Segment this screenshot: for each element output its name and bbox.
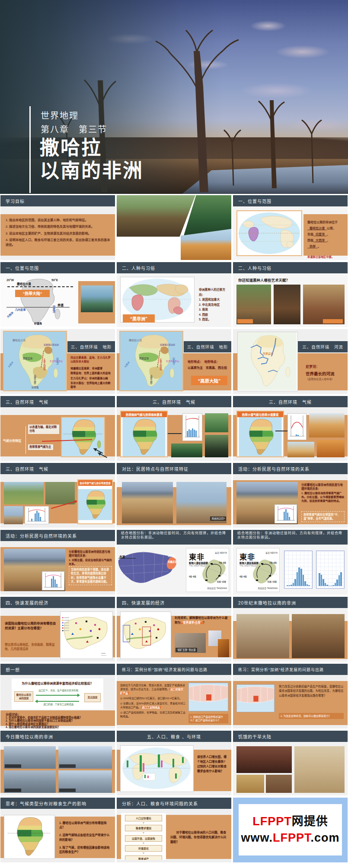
answer-dashed-box: 热带草原气候存在明显的“干、湿”两季，全年气温较高。 (301, 511, 345, 522)
africa-climate-map (4, 815, 55, 859)
slide-21-late-20th-century: 20世纪末撒哈拉以南的非洲 (233, 597, 348, 662)
slide-title-bar: 活动：分析民居与自然环境的关系 (233, 463, 348, 474)
slide-title-bar: 分析：人口、粮食与环境问题的关系 (117, 798, 231, 809)
slide-25-today: 今日撒哈拉以南的非洲 (0, 731, 115, 795)
plateau-continent-badge: “高原大陆” (191, 376, 227, 385)
photo-drought-walk (294, 746, 345, 793)
svg-text:刚果盆地: 刚果盆地 (263, 352, 273, 355)
title-divider-line (29, 106, 31, 193)
photo-drummers (236, 285, 271, 324)
activity-question: 2. 对照左图，说说当地民居与气候的关系。 (69, 558, 112, 566)
developed-countries-box: 发达国家 (84, 693, 101, 702)
objective-item: 4. 说明本地区人口、粮食与环境三者之间的关系，说出协调三者关系的基本途径。 (6, 238, 110, 247)
svg-text:埃塞俄比亚高原: 埃塞俄比亚高原 (44, 343, 59, 346)
ghana-map-card (236, 684, 275, 712)
slide-11-rainforest-climate: 三、自然环境 气候 热带雨林气候与热带雨林景观 (117, 396, 231, 461)
watermark-url[interactable]: www.LFPPT.com (241, 831, 339, 846)
map-label-equator: 赤道 (119, 555, 125, 559)
slide-29-relationship-analysis: 分析：人口、粮食与环境问题的关系 人口过快增长 ▼ 粮食需求增加 ▼ 过度开垦、… (117, 798, 231, 862)
highlight-chip: “世界原料仓库” (181, 621, 203, 624)
resources-question: 读图指出撒哈拉以南的非洲有哪些自然资源？主要分布在哪里？ (5, 621, 57, 631)
photo-modern-buildings (58, 770, 112, 793)
slide-title-bar: 活动：分析民居与自然环境的关系 (0, 530, 115, 541)
east-africa-migration-poster: 東非 動物大遷徙路線圖 THE GREAT MIGRATION 肯亞 KENYA… (236, 548, 280, 592)
answer-dashed-box: 当地传统民居易于搭建，适合游牧生活，茅草的遮荫效果比较好；热带草原气候降水总量不… (69, 566, 112, 585)
objective-item: 1. 指出本地区的范围，说出其主要人种、地形和气候特征。 (6, 218, 110, 222)
precipitation-chart-2 (316, 551, 345, 589)
photo-desert-tree (309, 413, 345, 437)
photo-wood-carving (274, 285, 300, 324)
photo-city-aerial (4, 746, 56, 769)
flow-chart-card: 人口过快增长 ▼ 粮食需求增加 ▼ 过度开垦、过度放牧 ▼ 环境恶化 ▼ 粮食减… (121, 813, 166, 860)
slide-title-bar: 四、快速发展的经济 (117, 597, 231, 608)
climate-map-card: 热带草原气候与热带草原景观 (77, 479, 113, 524)
task-lead: 找出主要高原、盆地、乞力马扎罗山和东非大裂谷 (70, 356, 113, 363)
poster-tanzania-label: 坦尚尼亞 TANZANIA (258, 586, 278, 589)
poster-month-label: 7月~9月 (269, 561, 277, 564)
terrain-value-row: 以高原为主 东南高、西北低 (188, 365, 227, 370)
slide-title-bar: 想一想 (0, 664, 115, 675)
photo-forest-river (171, 444, 202, 457)
slide-14-dwelling-compare: 对比：民居特点与自然环境特征 两者的异同? (117, 463, 231, 528)
slide-title-bar: 三、自然环境 气候 (0, 396, 115, 407)
chapter-section: 第八章 第三节 (41, 123, 107, 136)
slide-title-bar: 三、自然环境 河流 (298, 341, 348, 352)
africa-topo-map: 撒哈拉沙漠 埃塞俄比亚高原 东非大裂谷 刚果盆地 乞力马扎罗山 南非高原 大西洋… (119, 331, 183, 391)
slide-18-migration-charts: 结合地图分析：非洲动物迁徙时间、方向有何规律，并结合降水特点图分析原因。 東非 … (233, 530, 348, 595)
svg-text:好望角: 好望角 (32, 386, 39, 389)
flow-arrow-icon: ▼ (121, 821, 166, 825)
slide-title-bar: 20世纪末撒哈拉以南的非洲 (233, 597, 348, 608)
slide-16-dwelling-activity-2: 活动：分析民居与自然环境的关系 分析撒哈拉以南非洲传统民居与地理环境的关系： 2… (0, 530, 115, 595)
photo-caption-chip (323, 319, 343, 323)
precipitation-chart-1 (284, 551, 313, 589)
photo-oasis (287, 442, 314, 457)
poster-month-label: 4月~6月 (189, 575, 196, 578)
flow-step: 人口过快增长 (125, 815, 162, 821)
bracket-line (26, 426, 26, 454)
map-label-20w: 20°W (6, 278, 14, 282)
slide-19-economy-resources: 四、快速发展的经济 读图指出撒哈拉以南的非洲有哪些自然资源？主要分布在哪里？ 赞… (0, 597, 115, 662)
climate-chart-inset (275, 504, 297, 523)
world-map (236, 210, 302, 256)
photo-village-market (292, 614, 345, 658)
poster-tanzania-label: 坦尚尼亞 TANZANIA (207, 586, 227, 589)
poster-kenya-label: 肯亞 KENYA (215, 551, 227, 554)
poster-kenya-label: 肯亞 KENYA (265, 551, 278, 554)
slide-07-terrain: 三、自然环境 地形 撒哈拉沙漠 埃塞俄比亚高原 东非大裂谷 刚果盆地 乞力马扎罗… (0, 329, 115, 394)
photo-infrastructure (4, 770, 56, 793)
highlight-chip: 进口工业制成品 (141, 706, 161, 709)
svg-text:刚果盆地: 刚果盆地 (139, 357, 149, 360)
svg-text:印度洋: 印度洋 (172, 358, 175, 365)
course-name: 世界地理 (41, 109, 107, 123)
photo-dunes (317, 440, 345, 457)
flow-step: 环境恶化 (125, 845, 162, 852)
svg-text:刚果盆地: 刚果盆地 (23, 357, 33, 360)
discussion-items: 1. 在对外贸易中，初级农矿产品和工业制成品哪种类型价格高？ 2. 为什么撒哈拉… (6, 716, 111, 729)
slide-06-art-talents: 二、人种与习俗 你还知道黑种人哪些艺术天赋？ (233, 262, 348, 327)
slide-05-races: 二、人种与习俗 “黑非洲” 非洲黑种人的迁移方向： 1. 美国和加拿大 2. 中… (117, 262, 231, 327)
task-box: 2. 为改变这种状况，加纳可以做出哪些努力？ (279, 713, 344, 719)
slide-title-bar: 三、自然环境 地形 (67, 341, 115, 352)
slide-02-photo-collage (117, 195, 231, 260)
slide-thumbnails-grid: 学习目标 1. 指出本地区的范围，说出其主要人种、地形和气候特征。 2. 描述当… (0, 195, 348, 862)
activity-lead: 分析撒哈拉以南非洲传统民居与地理环境的关系： (301, 483, 345, 491)
photo-cape-coast (81, 285, 113, 312)
map-label-equator: 赤道 (57, 303, 64, 307)
terrain-type-row: 地形特点： 地势特点： (188, 359, 220, 364)
nile-fact: 世界最长的河流 (306, 371, 335, 377)
ppt-template-preview-page: 世界地理 第八章 第三节 撒哈拉 以南的非洲 学习目标 1. 指出本地区的范围，… (0, 0, 348, 868)
map-banner: 热带雨林气候与热带雨林景观 (121, 412, 167, 417)
ghana-map-card (188, 683, 228, 711)
map-banner: 热带沙漠气候与热带沙漠景观 (237, 412, 283, 417)
photo-caption (59, 764, 76, 768)
slide-08-terrain-features: 三、自然环境 地形 撒哈拉沙漠 埃塞俄比亚高原 东非大裂谷 刚果盆地 乞力马扎罗… (117, 329, 231, 394)
slide-23-ghana-case-1: 练习：案例分析“加纳”经济发展的问题与出路 加纳位于几内亚湾北岸，南濒大西洋。这… (117, 664, 231, 729)
slide-title-bar: 二、人种与习俗 (233, 262, 348, 273)
slide-22-think: 想一想 为什么撒哈拉以南非洲资源丰富而经济却比较落后？ 撒哈拉以南非洲的国家 发… (0, 664, 115, 729)
cover-slide: 世界地理 第八章 第三节 撒哈拉 以南的非洲 (0, 0, 348, 194)
poster-month-label: 11月~12月 (268, 580, 277, 583)
photo-hut-village (122, 482, 173, 523)
slide-title-bar: 三、自然环境 气候 (117, 396, 231, 407)
population-growth-map (120, 745, 194, 792)
bar-series (319, 562, 342, 586)
